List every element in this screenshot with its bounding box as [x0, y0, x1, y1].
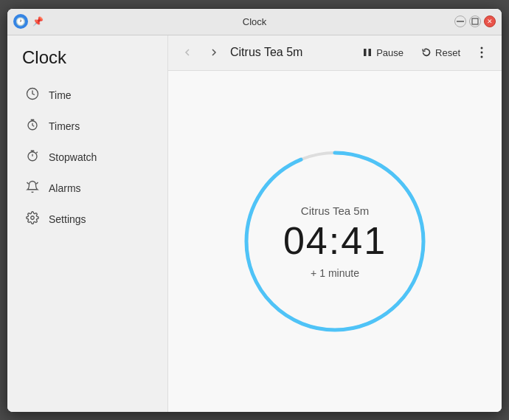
maximize-button[interactable]	[469, 16, 481, 27]
back-button[interactable]	[177, 42, 198, 63]
svg-point-12	[31, 216, 35, 219]
timers-icon	[25, 118, 40, 134]
svg-line-9	[36, 151, 38, 153]
sidebar-item-settings[interactable]: Settings	[10, 204, 165, 235]
maximize-icon	[471, 18, 479, 25]
reset-label: Reset	[435, 47, 460, 58]
svg-rect-1	[472, 18, 478, 24]
alarms-icon	[25, 180, 40, 196]
sidebar-item-settings-label: Settings	[49, 213, 86, 225]
svg-point-15	[481, 47, 483, 49]
timer-header-title: Citrus Tea 5m	[230, 46, 349, 59]
svg-rect-13	[364, 49, 367, 56]
close-button[interactable]: ✕	[484, 16, 496, 27]
forward-button[interactable]	[204, 42, 224, 63]
main-layout: Clock Time Timers Stopwatch	[7, 35, 502, 412]
time-icon	[25, 87, 40, 103]
svg-point-17	[481, 56, 483, 58]
content-body: Citrus Tea 5m 04:41 + 1 minute	[168, 71, 502, 412]
timer-display: Citrus Tea 5m 04:41 + 1 minute	[283, 204, 387, 278]
titlebar-controls: ✕	[454, 16, 496, 27]
menu-button[interactable]	[471, 41, 493, 63]
sidebar-item-alarms-label: Alarms	[49, 182, 81, 194]
add-minute-button[interactable]: + 1 minute	[283, 266, 387, 278]
minimize-button[interactable]	[454, 16, 466, 27]
plus-icon: +	[311, 266, 316, 278]
reset-button[interactable]: Reset	[414, 43, 468, 63]
sidebar-item-time-label: Time	[49, 89, 72, 101]
pin-icon[interactable]: 📌	[32, 16, 44, 27]
svg-line-10	[27, 182, 29, 184]
content-area: Citrus Tea 5m Pause Re	[168, 35, 502, 412]
timer-name: Citrus Tea 5m	[283, 204, 387, 216]
reset-icon	[421, 47, 432, 58]
content-header: Citrus Tea 5m Pause Re	[168, 35, 502, 71]
sidebar-item-alarms[interactable]: Alarms	[10, 173, 165, 204]
timer-time-display: 04:41	[283, 221, 387, 259]
sidebar-item-timers[interactable]: Timers	[10, 111, 165, 142]
window-title: Clock	[243, 16, 267, 27]
titlebar: 🕐 📌 Clock ✕	[7, 9, 502, 35]
svg-line-11	[36, 182, 38, 184]
sidebar-title: Clock	[7, 41, 167, 80]
header-actions: Pause Reset	[355, 41, 493, 63]
stopwatch-icon	[25, 149, 40, 165]
pause-button[interactable]: Pause	[355, 43, 411, 63]
titlebar-left: 🕐 📌	[13, 14, 44, 29]
sidebar-item-stopwatch[interactable]: Stopwatch	[10, 142, 165, 173]
back-arrow-icon	[183, 48, 192, 57]
svg-rect-14	[369, 49, 372, 56]
add-minute-label: 1 minute	[319, 266, 359, 278]
settings-icon	[25, 211, 40, 227]
pause-icon	[362, 47, 373, 58]
menu-dots-icon	[480, 47, 483, 58]
sidebar-item-stopwatch-label: Stopwatch	[49, 151, 97, 163]
forward-arrow-icon	[210, 48, 218, 57]
sidebar-item-time[interactable]: Time	[10, 80, 165, 111]
app-window: 🕐 📌 Clock ✕ Clock Time	[7, 8, 502, 413]
minimize-icon	[457, 21, 464, 22]
app-icon: 🕐	[13, 14, 28, 29]
pause-label: Pause	[376, 47, 404, 58]
svg-point-16	[481, 52, 483, 54]
sidebar: Clock Time Timers Stopwatch	[7, 35, 168, 412]
sidebar-item-timers-label: Timers	[49, 120, 80, 132]
timer-circle: Citrus Tea 5m 04:41 + 1 minute	[239, 145, 431, 337]
